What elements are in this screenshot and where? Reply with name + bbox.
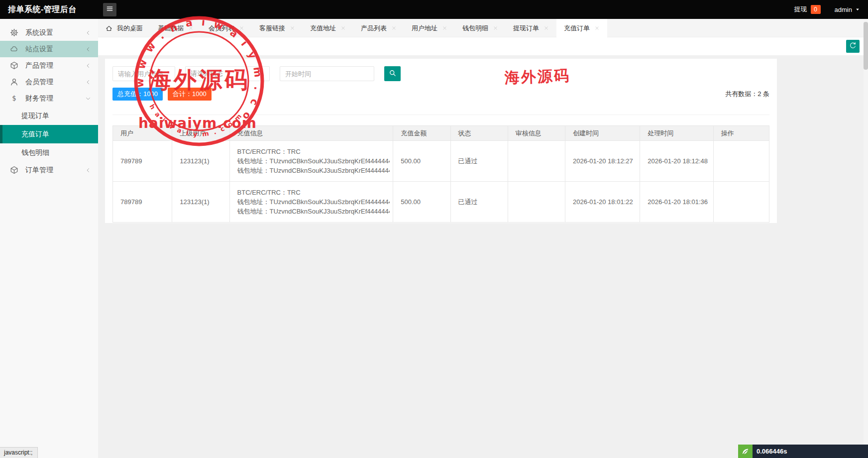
section-divider [112, 114, 769, 115]
app-title: 排单系统-管理后台 [0, 4, 98, 15]
sum-badge: 合计：1000 [168, 88, 212, 101]
cell-amount: 500.00 [393, 141, 450, 182]
tab-item[interactable]: 产品列表 [353, 19, 404, 37]
tab-label: 用户地址 [412, 24, 437, 33]
cell-action [713, 182, 769, 223]
close-icon[interactable] [188, 25, 194, 31]
tab-label: 我的桌面 [117, 24, 143, 33]
tab-item[interactable]: 提现订单 [506, 19, 556, 37]
tab-item[interactable]: 会员列表 [201, 19, 252, 37]
tab-item[interactable]: 基础数据 [150, 19, 201, 37]
recharge-info-line: 钱包地址：TUzvndCBknSouKJ3uuSzbrqKrEf4444444 [237, 166, 390, 175]
user-name: admin [835, 6, 852, 13]
start-time-input[interactable] [280, 66, 374, 81]
chevron-left-icon [85, 79, 91, 85]
summary-row: 总充值：1000 合计：1000 共有数据：2 条 [112, 88, 769, 101]
column-header: 用户 [113, 126, 172, 141]
sidebar-toggle-button[interactable] [103, 3, 116, 16]
cell-parent-user: 123123(1) [172, 141, 229, 182]
tab-item[interactable]: 我的桌面 [98, 19, 150, 37]
tab-label: 基础数据 [158, 24, 184, 33]
total-recharge-badge: 总充值：1000 [112, 88, 163, 101]
cell-recharge-info: BTC/ERC/TRC：TRC钱包地址：TUzvndCBknSouKJ3uuSz… [229, 141, 393, 182]
sidebar-item[interactable]: $财务管理 [0, 90, 98, 107]
close-icon[interactable] [239, 25, 244, 31]
close-icon[interactable] [391, 25, 397, 31]
close-icon[interactable] [340, 25, 346, 31]
sidebar-subitem[interactable]: 钱包明细 [0, 143, 98, 162]
sidebar-item-label: 站点设置 [25, 45, 85, 54]
recharge-info-line: BTC/ERC/TRC：TRC [237, 147, 390, 156]
cell-action [713, 141, 769, 182]
cell-processed-at: 2026-01-20 18:01:36 [640, 182, 713, 223]
close-icon[interactable] [543, 25, 549, 31]
status-select-placeholder: 请选择状态 [191, 69, 223, 78]
search-icon [389, 69, 396, 78]
chevron-down-icon [85, 96, 91, 102]
tab-item[interactable]: 钱包明细 [455, 19, 506, 37]
browser-status-text: javascript:; [0, 447, 38, 458]
chevron-left-icon [85, 30, 91, 36]
sidebar-item[interactable]: 站点设置 [0, 41, 98, 57]
chevron-left-icon [85, 46, 91, 52]
data-count: 共有数据：2 条 [725, 90, 769, 99]
sidebar-subitem[interactable]: 提现订单 [0, 107, 98, 125]
gear-icon [10, 28, 19, 37]
column-header: 上级用户 [172, 126, 229, 141]
withdraw-link[interactable]: 提现 [794, 5, 807, 14]
recharge-info-line: 钱包地址：TUzvndCBknSouKJ3uuSzbrqKrEf4444444 [237, 156, 390, 166]
home-icon [106, 25, 112, 32]
cell-status: 已通过 [450, 182, 508, 223]
user-search-input[interactable] [112, 66, 175, 81]
scrollbar-thumb[interactable] [864, 22, 868, 70]
sidebar-item[interactable]: 会员管理 [0, 74, 98, 90]
sidebar-item[interactable]: 产品管理 [0, 57, 98, 74]
column-header: 操作 [713, 126, 769, 141]
cell-status: 已通过 [450, 141, 508, 182]
trace-leaf-icon[interactable] [738, 445, 753, 458]
top-header: 排单系统-管理后台 提现 0 admin [0, 0, 868, 19]
caret-down-icon [855, 7, 860, 12]
tab-item[interactable]: 用户地址 [404, 19, 455, 37]
search-button[interactable] [384, 66, 401, 81]
content-card: 请选择状态 总充值：1000 合计：1000 共有数据：2 条 用户上级用户充值… [105, 59, 777, 223]
tab-label: 产品列表 [361, 24, 387, 33]
header-right: 提现 0 admin [794, 0, 868, 19]
cell-user: 789789 [113, 141, 172, 182]
withdraw-count-badge: 0 [811, 5, 821, 14]
cell-user: 789789 [113, 182, 172, 223]
chevron-left-icon [85, 63, 91, 69]
close-icon[interactable] [493, 25, 498, 31]
scrollbar-track[interactable] [864, 19, 868, 458]
svg-text:$: $ [12, 95, 16, 102]
recharge-info-line: 钱包地址：TUzvndCBknSouKJ3uuSzbrqKrEf4444444 [237, 197, 390, 207]
filter-row: 请选择状态 [112, 66, 769, 81]
toolbar [98, 37, 868, 55]
recharge-info-line: 钱包地址：TUzvndCBknSouKJ3uuSzbrqKrEf4444444 [237, 207, 390, 216]
table-header-row: 用户上级用户充值信息充值金额状态审核信息创建时间处理时间操作 [113, 126, 769, 141]
status-select[interactable]: 请选择状态 [185, 66, 270, 81]
column-header: 状态 [450, 126, 508, 141]
user-menu[interactable]: admin [835, 6, 860, 13]
sidebar-item-label: 系统设置 [25, 28, 85, 37]
site-icon [10, 45, 19, 53]
sidebar-item[interactable]: 订单管理 [0, 162, 98, 178]
tab-item[interactable]: 充值地址 [303, 19, 353, 37]
column-header: 充值金额 [393, 126, 450, 141]
cell-recharge-info: BTC/ERC/TRC：TRC钱包地址：TUzvndCBknSouKJ3uuSz… [229, 182, 393, 223]
tab-label: 会员列表 [209, 24, 234, 33]
orders-icon [10, 166, 19, 174]
tab-item[interactable]: 充值订单 [556, 19, 607, 37]
sidebar: 系统设置站点设置产品管理会员管理$财务管理提现订单充值订单钱包明细订单管理 [0, 19, 98, 458]
sidebar-subitem[interactable]: 充值订单 [0, 125, 98, 143]
close-icon[interactable] [594, 25, 600, 31]
refresh-button[interactable] [846, 40, 860, 53]
tab-item[interactable]: 客服链接 [252, 19, 303, 37]
table-row: 789789123123(1)BTC/ERC/TRC：TRC钱包地址：TUzvn… [113, 182, 769, 223]
sidebar-item[interactable]: 系统设置 [0, 24, 98, 41]
cell-processed-at: 2026-01-20 18:12:48 [640, 141, 713, 182]
close-icon[interactable] [290, 25, 295, 31]
cell-audit-info [508, 182, 565, 223]
close-icon[interactable] [442, 25, 447, 31]
page-duration: 0.066446s [753, 445, 868, 458]
